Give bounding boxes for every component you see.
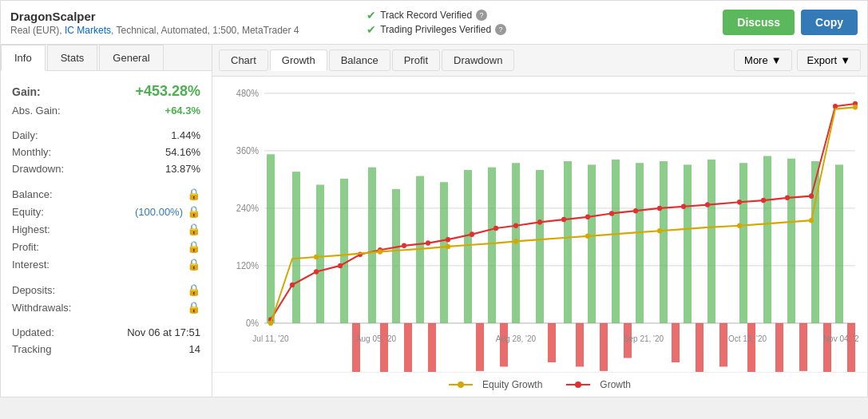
svg-rect-39: [476, 323, 484, 371]
svg-point-56: [338, 263, 343, 269]
svg-point-79: [268, 321, 273, 326]
equity-growth-label: Equity Growth: [482, 379, 542, 390]
svg-text:Aug 28, '20: Aug 28, '20: [496, 334, 536, 342]
balance-label: Balance:: [12, 188, 53, 200]
svg-point-70: [657, 206, 662, 211]
svg-text:240%: 240%: [236, 204, 259, 214]
svg-point-73: [737, 200, 742, 205]
svg-point-63: [493, 226, 498, 231]
ic-markets-link[interactable]: IC Markets: [65, 25, 111, 36]
copy-button[interactable]: Copy: [801, 10, 858, 35]
svg-point-88: [853, 105, 858, 110]
svg-rect-42: [576, 323, 584, 367]
tab-info[interactable]: Info: [1, 45, 46, 71]
svg-point-66: [561, 217, 566, 223]
svg-point-64: [513, 223, 518, 228]
svg-point-60: [426, 240, 430, 246]
highest-lock-icon: 🔒: [187, 223, 200, 235]
svg-point-74: [761, 198, 766, 204]
interest-label: Interest:: [12, 259, 50, 271]
svg-text:360%: 360%: [236, 146, 259, 156]
svg-rect-50: [799, 323, 807, 371]
track-record-verified-label: Track Record Verified: [380, 10, 472, 21]
daily-value: 1.44%: [171, 129, 200, 141]
tab-general[interactable]: General: [99, 45, 163, 70]
svg-point-69: [633, 208, 638, 214]
more-button[interactable]: More ▼: [734, 49, 792, 71]
svg-rect-29: [707, 160, 715, 323]
deposits-label: Deposits:: [12, 284, 55, 296]
svg-rect-52: [847, 323, 855, 372]
discuss-button[interactable]: Discuss: [723, 10, 795, 35]
svg-point-68: [609, 211, 614, 216]
svg-rect-16: [392, 189, 400, 323]
chart-legend: Equity Growth Growth: [212, 372, 867, 397]
daily-label: Daily:: [12, 129, 38, 141]
svg-rect-35: [352, 323, 360, 372]
svg-rect-38: [428, 323, 436, 372]
tab-balance[interactable]: Balance: [329, 49, 390, 71]
trading-privileges-check-icon: ✔: [367, 23, 376, 36]
deposits-lock-icon: 🔒: [187, 283, 200, 296]
svg-point-86: [737, 223, 742, 228]
withdrawals-lock-icon: 🔒: [187, 301, 200, 314]
svg-rect-18: [440, 182, 448, 323]
svg-rect-37: [404, 323, 412, 372]
tab-growth[interactable]: Growth: [270, 49, 327, 71]
svg-rect-36: [380, 323, 388, 372]
chevron-down-icon: ▼: [840, 54, 850, 66]
svg-rect-27: [660, 161, 668, 323]
svg-rect-15: [368, 168, 376, 323]
svg-point-71: [681, 204, 686, 209]
verification-status: ✔ Track Record Verified ? ✔ Trading Priv…: [367, 7, 723, 38]
track-record-info-icon[interactable]: ?: [476, 10, 487, 21]
svg-point-76: [809, 193, 814, 199]
trading-privileges-verified-label: Trading Privileges Verified: [380, 24, 491, 35]
svg-rect-22: [536, 170, 544, 323]
svg-point-59: [402, 243, 406, 249]
chart-container: 480% 360% 240% 120% 0%: [212, 77, 867, 372]
svg-text:Oct 13, '20: Oct 13, '20: [728, 334, 767, 342]
svg-text:Nov 04, '20: Nov 04, '20: [823, 334, 859, 342]
monthly-label: Monthly:: [12, 146, 51, 158]
export-button[interactable]: Export ▼: [797, 49, 861, 71]
svg-rect-31: [763, 156, 771, 322]
svg-text:Aug 05, '20: Aug 05, '20: [356, 334, 396, 342]
monthly-value: 54.16%: [165, 146, 200, 158]
svg-rect-48: [747, 323, 755, 372]
svg-point-75: [785, 196, 790, 201]
left-tabs: Info Stats General: [1, 45, 212, 71]
tab-chart[interactable]: Chart: [219, 49, 268, 71]
svg-rect-14: [340, 179, 348, 323]
tab-drawdown[interactable]: Drawdown: [442, 49, 514, 71]
chevron-down-icon: ▼: [771, 54, 782, 66]
svg-point-81: [378, 249, 382, 255]
svg-point-61: [446, 237, 450, 243]
svg-text:Jul 11, '20: Jul 11, '20: [252, 334, 288, 342]
tab-stats[interactable]: Stats: [47, 45, 98, 70]
trading-privileges-info-icon[interactable]: ?: [495, 24, 506, 35]
abs-gain-value: +64.3%: [165, 105, 200, 117]
tracking-label: Tracking: [12, 343, 51, 355]
tracking-value: 14: [189, 343, 200, 355]
profit-lock-icon: 🔒: [187, 240, 200, 253]
growth-label: Growth: [600, 379, 631, 390]
updated-label: Updated:: [12, 326, 54, 338]
svg-rect-49: [775, 323, 783, 372]
svg-rect-23: [564, 161, 572, 323]
svg-point-83: [513, 239, 518, 244]
svg-rect-45: [672, 323, 680, 362]
tab-profit[interactable]: Profit: [392, 49, 440, 71]
drawdown-label: Drawdown:: [12, 163, 64, 175]
balance-lock-icon: 🔒: [187, 188, 200, 200]
profit-label: Profit:: [12, 241, 39, 253]
growth-legend: Growth: [566, 379, 631, 390]
svg-rect-13: [316, 184, 324, 322]
svg-rect-28: [684, 164, 692, 323]
svg-rect-40: [500, 323, 508, 367]
svg-rect-25: [612, 160, 620, 323]
account-title: DragonScalper: [10, 10, 367, 23]
svg-point-84: [585, 234, 590, 239]
svg-text:120%: 120%: [236, 261, 259, 271]
svg-point-62: [470, 231, 474, 237]
